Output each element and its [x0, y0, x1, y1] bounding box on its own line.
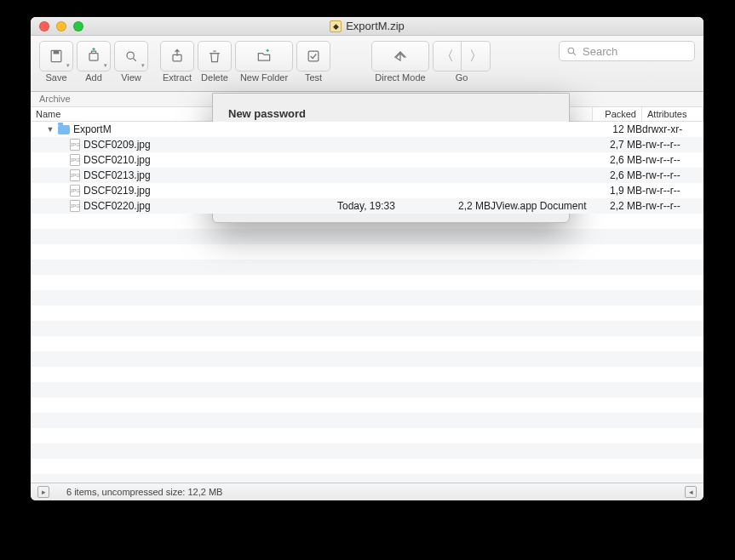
svg-rect-5 [308, 51, 319, 61]
file-list: ▼ExportM 12 MB drwxr-xr- JPGDSCF0209.jpg… [31, 122, 703, 483]
file-attributes: -rw-r--r-- [642, 139, 703, 151]
status-right-icon[interactable]: ◂ [685, 486, 697, 498]
file-attributes: -rw-r--r-- [642, 154, 703, 166]
new-folder-icon [256, 48, 273, 65]
direct-mode-button[interactable] [371, 41, 429, 71]
view-icon [123, 48, 140, 65]
close-window-button[interactable] [39, 21, 49, 31]
direct-mode-label: Direct Mode [375, 72, 425, 83]
main-window: ◆ ExportM.zip ▾ Save ▾ Add ▾ View [31, 17, 703, 500]
extract-button[interactable] [160, 41, 194, 71]
go-back-button[interactable]: 〈 [433, 41, 462, 71]
file-attributes: -rw-r--r-- [642, 200, 703, 212]
new-folder-label: New Folder [240, 72, 288, 83]
file-name: DSCF0219.jpg [83, 185, 151, 197]
file-name: DSCF0220.jpg [83, 200, 151, 212]
delete-label: Delete [201, 72, 228, 83]
folder-row[interactable]: ▼ExportM 12 MB drwxr-xr- [31, 122, 703, 137]
svg-rect-1 [54, 50, 60, 54]
view-button[interactable]: ▾ [114, 41, 148, 71]
image-file-icon: JPG [70, 169, 80, 181]
save-button[interactable]: ▾ [39, 41, 73, 71]
file-packed: 2,6 MB [593, 169, 642, 181]
save-icon [48, 48, 65, 65]
status-left-icon[interactable]: ▸ [37, 486, 49, 498]
file-size: 2,2 MB [439, 200, 491, 212]
file-date: Today, 19:33 [337, 200, 439, 212]
search-icon [566, 46, 577, 57]
file-name: DSCF0213.jpg [83, 169, 151, 181]
file-packed: 1,9 MB [593, 185, 642, 197]
folder-name: ExportM [73, 123, 112, 135]
file-packed: 2,7 MB [593, 139, 642, 151]
extract-icon [169, 48, 186, 65]
archive-icon: ◆ [330, 20, 342, 32]
folder-attributes: drwxr-xr- [642, 123, 703, 135]
file-row[interactable]: JPGDSCF0220.jpg Today, 19:33 2,2 MB JVie… [31, 198, 703, 214]
disclosure-triangle[interactable]: ▼ [46, 125, 55, 134]
svg-point-6 [568, 48, 574, 54]
file-row[interactable]: JPGDSCF0210.jpg 2,6 MB -rw-r--r-- [31, 152, 703, 168]
file-packed: 2,6 MB [593, 154, 642, 166]
file-name: DSCF0209.jpg [83, 139, 151, 151]
search-input[interactable]: Search [559, 41, 695, 61]
file-row[interactable]: JPGDSCF0209.jpg 2,7 MB -rw-r--r-- [31, 137, 703, 152]
titlebar: ◆ ExportM.zip [31, 17, 703, 36]
image-file-icon: JPG [70, 154, 80, 166]
test-icon [305, 48, 322, 65]
direct-mode-icon [392, 48, 409, 65]
column-attributes[interactable]: Attributes [642, 107, 703, 121]
file-attributes: -rw-r--r-- [642, 169, 703, 181]
file-row[interactable]: JPGDSCF0213.jpg 2,6 MB -rw-r--r-- [31, 168, 703, 183]
minimize-window-button[interactable] [56, 21, 66, 31]
image-file-icon: JPG [70, 185, 80, 197]
status-text: 6 items, uncompressed size: 12,2 MB [66, 487, 222, 497]
file-type: JView.app Document [491, 200, 593, 212]
window-title: ExportM.zip [346, 20, 405, 32]
file-attributes: -rw-r--r-- [642, 185, 703, 197]
svg-rect-2 [89, 54, 98, 60]
zoom-window-button[interactable] [73, 21, 83, 31]
search-placeholder: Search [583, 45, 617, 58]
delete-button[interactable] [198, 41, 232, 71]
file-row[interactable]: JPGDSCF0219.jpg 1,9 MB -rw-r--r-- [31, 183, 703, 198]
file-packed: 2,2 MB [593, 200, 642, 212]
go-forward-button[interactable]: 〉 [462, 41, 491, 71]
view-label: View [121, 72, 141, 83]
column-packed[interactable]: Packed [593, 107, 642, 121]
go-label: Go [456, 72, 468, 83]
add-label: Add [85, 72, 102, 83]
toolbar: ▾ Save ▾ Add ▾ View Extract [31, 36, 703, 92]
image-file-icon: JPG [70, 139, 80, 151]
add-button[interactable]: ▾ [77, 41, 111, 71]
chevron-right-icon: 〉 [469, 48, 483, 66]
new-folder-button[interactable] [235, 41, 293, 71]
folder-packed: 12 MB [593, 123, 642, 135]
dialog-title: New password [228, 107, 554, 120]
save-label: Save [45, 72, 66, 83]
test-button[interactable] [296, 41, 330, 71]
svg-point-3 [127, 52, 134, 59]
chevron-left-icon: 〈 [440, 48, 454, 66]
status-bar: ▸ 6 items, uncompressed size: 12,2 MB ◂ [31, 483, 703, 500]
folder-icon [58, 125, 70, 134]
trash-icon [206, 48, 223, 65]
file-name: DSCF0210.jpg [83, 154, 151, 166]
extract-label: Extract [163, 72, 192, 83]
add-icon [85, 48, 102, 65]
test-label: Test [305, 72, 322, 83]
image-file-icon: JPG [70, 200, 80, 212]
